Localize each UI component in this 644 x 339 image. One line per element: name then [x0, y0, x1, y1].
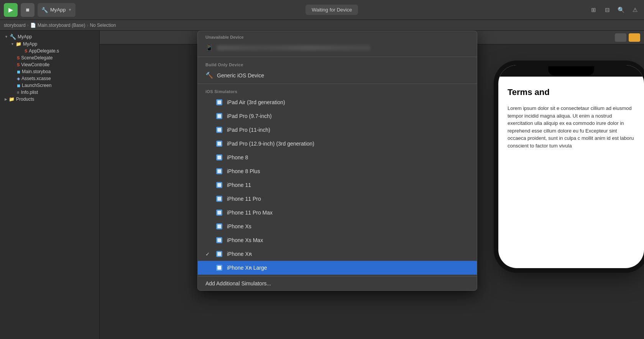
iphone-11-label: iPhone 11 — [227, 182, 251, 188]
simulator-ipad-pro-12[interactable]: iPad Pro (12.9-inch) (3rd generation) — [198, 137, 477, 151]
breadcrumb-no-selection[interactable]: No Selection — [90, 23, 116, 28]
generic-ios-label: Generic iOS Device — [217, 72, 264, 79]
stop-button[interactable]: ■ — [21, 3, 34, 17]
simulator-iphone-11pro[interactable]: iPhone 11 Pro — [198, 192, 477, 206]
simulators-section: iOS Simulators — [198, 85, 477, 95]
sidebar-item-viewcontroller[interactable]: S ViewControlle — [0, 61, 99, 68]
preview-title: Terms and — [508, 86, 635, 98]
hammer-icon: 🔨 — [205, 72, 213, 79]
waiting-for-device[interactable]: Waiting for Device — [306, 5, 358, 15]
preview-body: Lorem ipsum dolor sit e consectetaur cil… — [508, 105, 635, 149]
add-simulators-item[interactable]: Add Additional Simulators... — [198, 276, 477, 290]
svg-rect-23 — [217, 252, 221, 256]
products-label: Products — [16, 97, 34, 102]
expand-icon-myapp: ▼ — [0, 42, 14, 46]
inspector-toggle-2[interactable] — [629, 33, 640, 42]
breadcrumb-main-storyboard[interactable]: Main.storyboard (Base) — [38, 23, 85, 28]
inspector-toggle-1[interactable] — [615, 33, 626, 42]
device-icon: 📱 — [205, 44, 213, 51]
sim-icon-11 — [215, 236, 223, 244]
svg-rect-15 — [217, 197, 221, 201]
ipad-air-label: iPad Air (3rd generation) — [227, 99, 285, 105]
blurred-device-name — [217, 45, 370, 51]
swift-icon-2: S — [17, 56, 20, 60]
project-label: MyApp — [18, 34, 32, 39]
add-simulators-label: Add Additional Simulators... — [205, 280, 271, 287]
play-button[interactable]: ▶ — [4, 3, 18, 17]
breadcrumb-sep-1: › — [27, 23, 29, 28]
device-dropdown[interactable]: Unavailable Device 📱 Build Only Device 🔨… — [197, 31, 477, 291]
scenedelegate-label: SceneDelegate — [21, 55, 53, 61]
divider-1 — [198, 57, 477, 57]
sidebar-item-infoplist[interactable]: ≡ Info.plist — [0, 89, 99, 96]
iphone-8plus-label: iPhone 8 Plus — [227, 168, 260, 174]
simulator-ipad-air[interactable]: iPad Air (3rd generation) — [198, 95, 477, 109]
sim-icon-8 — [215, 195, 223, 203]
sidebar: ▼ 🔧 MyApp ▼ 📁 MyApp S AppDelegate.s S Sc… — [0, 31, 100, 339]
iphone-notch — [498, 65, 644, 77]
sim-icon-13 — [215, 264, 223, 272]
simulator-iphone-8[interactable]: iPhone 8 — [198, 151, 477, 164]
iphone-xr-large-label: iPhone Xʀ Large — [227, 265, 267, 271]
iphone-11pro-label: iPhone 11 Pro — [227, 196, 261, 202]
appdelegate-label: AppDelegate.s — [29, 48, 59, 54]
breadcrumb-storyboard[interactable]: storyboard — [4, 23, 26, 28]
simulator-iphone-xs[interactable]: iPhone Xs — [198, 219, 477, 233]
notch-cutout — [548, 66, 594, 75]
sim-icon-4 — [215, 140, 223, 147]
sidebar-item-assets[interactable]: ◈ Assets.xcasse — [0, 75, 99, 82]
sidebar-item-appdelegate[interactable]: S AppDelegate.s — [0, 47, 99, 54]
simulator-iphone-8plus[interactable]: iPhone 8 Plus — [198, 164, 477, 178]
storyboard-icon: ◼ — [17, 69, 20, 74]
svg-rect-3 — [217, 114, 221, 118]
navigator-toggle[interactable]: ⊞ — [588, 5, 599, 15]
sidebar-item-myapp-folder[interactable]: ▼ 📁 MyApp — [0, 41, 99, 47]
sidebar-item-scenedelegate[interactable]: S SceneDelegate — [0, 54, 99, 61]
sim-icon-1 — [215, 98, 223, 106]
sim-icon-6 — [215, 167, 223, 175]
folder-icon: 📁 — [16, 41, 21, 47]
simulator-iphone-11promax[interactable]: iPhone 11 Pro Max — [198, 206, 477, 219]
scheme-selector[interactable]: 🔧 MyApp ▼ — [38, 3, 76, 17]
products-expand-icon: ▶ — [0, 97, 7, 101]
storyboard-icon-2: ◼ — [17, 83, 20, 88]
swift-icon: S — [25, 49, 27, 53]
mainstoryboard-label: Main.storyboa — [22, 69, 51, 74]
svg-rect-5 — [217, 128, 221, 132]
sidebar-item-mainstoryboard[interactable]: ◼ Main.storyboa — [0, 68, 99, 75]
toolbar-right-icons: ⊞ ⊟ 🔍 ⚠ — [588, 5, 640, 15]
ipad-pro-11-label: iPad Pro (11-inch) — [227, 127, 270, 133]
iphone-8-label: iPhone 8 — [227, 154, 248, 160]
launchscreen-label: LaunchScreen — [22, 83, 51, 88]
simulator-iphone-11[interactable]: iPhone 11 — [198, 178, 477, 192]
plist-icon: ≡ — [17, 90, 19, 95]
sim-icon-2 — [215, 112, 223, 120]
simulator-ipad-pro-9[interactable]: iPad Pro (9.7-inch) — [198, 109, 477, 123]
unavailable-device-row: 📱 — [198, 42, 477, 55]
breadcrumb: storyboard › 📄 Main.storyboard (Base) › … — [0, 20, 644, 31]
iphone-11promax-label: iPhone 11 Pro Max — [227, 210, 273, 216]
simulator-iphone-xsmax[interactable]: iPhone Xs Max — [198, 233, 477, 247]
asset-icon: ◈ — [17, 76, 20, 81]
generic-ios-item[interactable]: 🔨 Generic iOS Device — [198, 69, 477, 82]
simulator-iphone-xr[interactable]: ✓ iPhone Xʀ — [198, 247, 477, 261]
toolbar: ▶ ■ 🔧 MyApp ▼ Waiting for Device ⊞ ⊟ 🔍 ⚠ — [0, 0, 644, 20]
check-iphone-xr: ✓ — [205, 251, 212, 257]
simulator-iphone-xr-large[interactable]: iPhone Xʀ Large — [198, 261, 477, 275]
search-icon[interactable]: 🔍 — [616, 5, 626, 15]
expand-icon: ▼ — [0, 35, 8, 39]
simulator-ipad-pro-11[interactable]: iPad Pro (11-inch) — [198, 123, 477, 137]
scheme-label: MyApp — [50, 7, 66, 13]
iphone-xr-label: iPhone Xʀ — [227, 251, 252, 257]
svg-rect-25 — [217, 266, 221, 270]
sidebar-item-project[interactable]: ▼ 🔧 MyApp — [0, 33, 99, 41]
sim-icon-12 — [215, 250, 223, 258]
warning-icon[interactable]: ⚠ — [629, 5, 640, 15]
svg-rect-13 — [217, 183, 221, 187]
main-area: ▼ 🔧 MyApp ▼ 📁 MyApp S AppDelegate.s S Sc… — [0, 31, 644, 339]
sidebar-item-launchscreen[interactable]: ◼ LaunchScreen — [0, 82, 99, 89]
breadcrumb-file-icon: 📄 — [30, 23, 36, 28]
sidebar-item-products[interactable]: ▶ 📁 Products — [0, 96, 99, 103]
breadcrumb-sep-2: › — [87, 23, 88, 28]
inspector-toggle-btn[interactable]: ⊟ — [602, 5, 613, 15]
